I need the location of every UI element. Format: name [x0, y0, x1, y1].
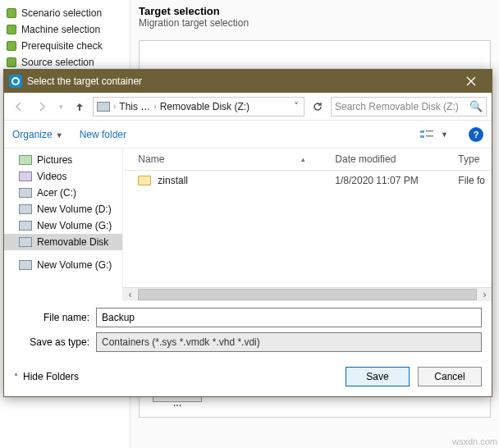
drive-icon	[19, 237, 32, 247]
chevron-down-icon: ▼	[56, 131, 63, 139]
watermark: wsxdn.com	[452, 437, 497, 446]
list-item[interactable]: zinstall 1/8/2020 11:07 PM File fo	[123, 171, 492, 190]
wizard-header: Target selection Migration target select…	[130, 0, 499, 34]
save-dialog: Select the target container ▾ › This … ›…	[3, 69, 492, 397]
column-date[interactable]: Date modified	[328, 149, 451, 170]
horizontal-scrollbar[interactable]: ‹ ›	[123, 287, 492, 301]
chevron-right-icon: ›	[113, 102, 116, 111]
scroll-thumb[interactable]	[138, 289, 477, 300]
wizard-step[interactable]: Source selection	[3, 54, 126, 71]
address-bar: ▾ › This … › Removable Disk (Z:) ˅ Searc…	[4, 93, 492, 121]
tree-item[interactable]: Videos	[4, 168, 122, 185]
tree-item[interactable]: New Volume (G:)	[4, 257, 122, 273]
drive-icon	[19, 260, 32, 270]
chevron-down-icon: ▼	[441, 130, 448, 139]
search-placeholder: Search Removable Disk (Z:)	[335, 101, 459, 112]
svg-rect-3	[426, 135, 433, 137]
save-button[interactable]: Save	[346, 367, 410, 386]
drive-icon	[97, 102, 110, 112]
tree-item[interactable]: Pictures	[4, 152, 122, 168]
folder-tree[interactable]: Pictures Videos Acer (C:) New Volume (D:…	[4, 149, 123, 301]
chevron-right-icon: ›	[153, 102, 156, 111]
step-label: Machine selection	[21, 24, 100, 35]
breadcrumb[interactable]: › This … › Removable Disk (Z:) ˅	[93, 97, 304, 117]
chevron-down-icon[interactable]: ˅	[292, 101, 300, 112]
wizard-step[interactable]: Prerequisite check	[3, 38, 126, 54]
drive-icon	[19, 221, 32, 231]
file-name-label: File name:	[14, 312, 89, 323]
chevron-up-icon: ˄	[14, 373, 18, 382]
breadcrumb-root[interactable]: This …	[119, 101, 150, 112]
dialog-titlebar[interactable]: Select the target container	[4, 70, 492, 93]
recent-dropdown[interactable]: ▾	[55, 97, 66, 117]
file-name-input[interactable]	[96, 308, 482, 327]
save-as-type-select[interactable]	[96, 332, 482, 352]
new-folder-button[interactable]: New folder	[80, 129, 126, 140]
drive-icon	[19, 188, 32, 198]
organize-menu[interactable]: Organize▼	[12, 129, 63, 140]
search-input[interactable]: Search Removable Disk (Z:) 🔍	[331, 97, 487, 117]
save-as-type-label: Save as type:	[14, 336, 89, 348]
dialog-footer: ˄Hide Folders Save Cancel	[4, 360, 492, 396]
tree-item-selected[interactable]: Removable Disk	[4, 234, 122, 250]
check-icon	[7, 41, 16, 51]
videos-icon	[19, 171, 32, 181]
cancel-button[interactable]: Cancel	[418, 367, 482, 386]
tree-item[interactable]: Acer (C:)	[4, 185, 122, 201]
view-icon	[419, 129, 434, 140]
check-icon	[7, 57, 16, 67]
scroll-right-icon[interactable]: ›	[478, 289, 492, 300]
wizard-step[interactable]: Scenario selection	[3, 5, 126, 21]
column-type[interactable]: Type	[451, 149, 492, 170]
step-label: Source selection	[21, 57, 94, 68]
help-icon[interactable]: ?	[469, 127, 483, 142]
hide-folders-toggle[interactable]: ˄Hide Folders	[14, 371, 79, 382]
check-icon	[7, 8, 16, 18]
check-icon	[7, 25, 16, 34]
scroll-left-icon[interactable]: ‹	[123, 289, 137, 300]
step-label: Scenario selection	[21, 7, 102, 19]
column-name[interactable]: Name▴	[123, 149, 328, 170]
toolbar: Organize▼ New folder ▼ ?	[4, 121, 492, 149]
file-list: Name▴ Date modified Type zinstall 1/8/20…	[123, 149, 492, 301]
app-icon	[9, 75, 22, 88]
wizard-step[interactable]: Machine selection	[3, 21, 126, 38]
forward-button[interactable]	[32, 97, 52, 117]
pictures-icon	[19, 155, 32, 165]
back-button[interactable]	[9, 97, 29, 117]
drive-icon	[19, 204, 32, 214]
page-title: Target selection	[139, 5, 220, 17]
sort-asc-icon: ▴	[301, 155, 305, 163]
view-menu[interactable]: ▼	[415, 126, 452, 143]
svg-rect-2	[426, 130, 433, 132]
search-icon: 🔍	[469, 100, 483, 112]
page-subtitle: Migration target selection	[139, 17, 491, 29]
dialog-title: Select the target container	[27, 75, 456, 87]
form-fields: File name: Save as type:	[4, 301, 492, 360]
svg-rect-1	[420, 135, 424, 138]
folder-icon	[138, 176, 151, 185]
column-headers[interactable]: Name▴ Date modified Type	[123, 149, 492, 171]
svg-rect-0	[420, 130, 424, 133]
close-icon[interactable]	[456, 70, 487, 93]
tree-item[interactable]: New Volume (D:)	[4, 201, 122, 217]
tree-item[interactable]: New Volume (G:)	[4, 217, 122, 234]
breadcrumb-current[interactable]: Removable Disk (Z:)	[160, 101, 250, 112]
up-button[interactable]	[70, 97, 89, 117]
refresh-button[interactable]	[308, 97, 327, 117]
step-label: Prerequisite check	[21, 40, 103, 52]
